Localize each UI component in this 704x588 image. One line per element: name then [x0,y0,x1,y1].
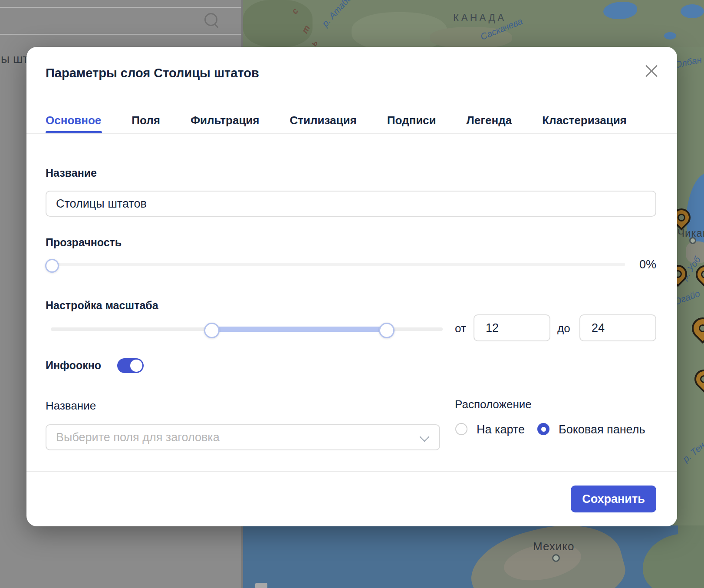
opacity-value: 0% [628,258,656,271]
tab-legend[interactable]: Легенда [467,108,512,133]
scale-to-label: до [557,322,570,335]
map-control-chip[interactable] [255,583,267,588]
map-pin [688,313,704,344]
title-source-placeholder: Выберите поля для заголовка [56,431,220,444]
scale-from-input[interactable] [474,314,550,341]
dialog-title: Параметры слоя Столицы штатов [46,66,259,80]
tab-styling[interactable]: Стилизация [290,108,357,133]
tab-labels[interactable]: Подписи [387,108,436,133]
search-input[interactable] [0,7,266,35]
chevron-down-icon [420,432,430,442]
active-tab-underline [46,131,102,133]
scale-label: Настройка масштаба [46,299,158,312]
infowindow-label: Инфоокно [46,359,101,372]
map-label-mexico-city: Мехико [533,540,575,553]
map-label-range-char: ь [309,39,320,47]
map-label-river-tennessee: р. Тен [681,440,704,464]
scale-to-input[interactable] [579,314,656,341]
name-label: Название [46,167,97,179]
placement-option-on-map-label: На карте [477,423,525,436]
title-source-select[interactable]: Выберите поля для заголовка [46,424,440,450]
opacity-label: Прозрачность [46,236,122,249]
placement-label: Расположение [455,398,532,411]
tab-fields[interactable]: Поля [132,108,160,133]
scale-min-handle[interactable] [204,323,220,338]
map-forest-patch [243,0,313,47]
scale-from-label: от [455,322,466,335]
map-bottom-strip: Мехико [243,525,704,588]
mexico-city-dot [552,554,560,562]
close-icon[interactable] [644,63,659,79]
map-label-river-albany: Олбан [674,54,703,70]
map-pin [691,366,704,393]
opacity-slider-handle[interactable] [45,259,59,273]
dialog-tabs: Основное Поля Фильтрация Стилизация Подп… [46,108,627,133]
title-source-label: Название [46,399,96,413]
footer-divider [26,471,677,472]
infowindow-toggle[interactable] [117,358,144,373]
tab-clustering[interactable]: Кластеризация [542,108,627,133]
scale-max-handle[interactable] [379,323,395,338]
save-button[interactable]: Сохранить [571,486,656,512]
layer-settings-dialog: Параметры слоя Столицы штатов Основное П… [26,47,677,526]
chicago-city-dot [689,237,696,244]
opacity-slider-track[interactable] [51,263,625,266]
map-label-canada: КАНАДА [453,12,506,24]
screen: ы шта КАНАДА р. Атабаска Саскачева с т ь… [0,0,704,588]
toggle-knob [130,360,142,372]
map-lake [681,4,704,18]
map-lake [664,32,676,40]
map-top-strip: КАНАДА р. Атабаска Саскачева с т ь [243,0,704,47]
layer-name-input[interactable] [46,191,656,217]
scale-slider-active-range [211,327,385,332]
tab-main[interactable]: Основное [46,108,101,133]
map-lake [603,2,637,19]
placement-option-side-panel-label: Боковая панель [559,423,645,436]
placement-radio-on-map[interactable] [455,423,467,435]
search-icon [204,13,217,26]
tabs-divider [26,133,677,134]
tab-filtering[interactable]: Фильтрация [191,108,260,133]
placement-radio-side-panel[interactable] [537,423,549,435]
